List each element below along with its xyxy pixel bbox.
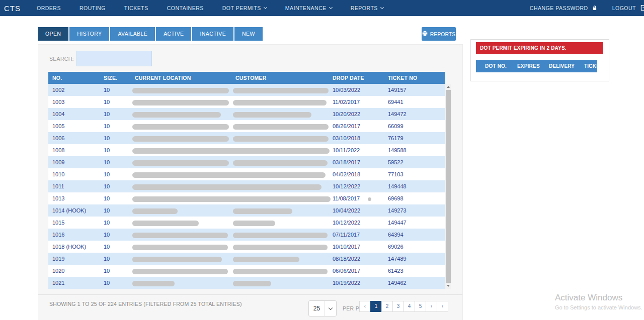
alert-column-header-delivery: DELIVERY [549,63,584,69]
logout-link[interactable]: LOGOUT [612,5,644,12]
nav-item-maintenance[interactable]: MAINTENANCE [285,5,332,11]
cell-customer [235,253,333,265]
pagination-page-2[interactable]: 2 [381,301,393,312]
cell-size: 10 [104,192,135,204]
cell-no: 1014 (HOOK) [48,204,104,217]
cell-ticket-no: 61423 [388,265,445,277]
table-row[interactable]: 10111010/12/2022149448 [48,180,445,192]
cell-current-location [135,180,235,192]
tab-new[interactable]: NEW [234,27,263,41]
table-row[interactable]: 10031011/02/201769441 [48,96,445,108]
column-header-no[interactable]: NO. [48,72,104,84]
nav-item-containers[interactable]: CONTAINERS [167,5,204,11]
nav-item-reports[interactable]: REPORTS [351,5,383,11]
chevron-down-icon [380,6,384,9]
table-row[interactable]: 10081010/11/2022149588 [48,144,445,156]
cell-drop-date: 04/02/2018 [333,168,388,180]
alert-column-header-ticket: TICKET [584,63,603,69]
table-row[interactable]: 10211010/19/2022149462 [48,277,445,289]
lock-icon [592,5,597,12]
tab-history[interactable]: HISTORY [69,27,109,41]
table-row[interactable]: 10101004/02/201877103 [48,168,445,180]
table-row[interactable]: 10021010/03/2022149157 [48,84,445,96]
pagination-page-4[interactable]: 4 [404,301,415,312]
cell-current-location [135,241,235,253]
pagination-page-5[interactable]: 5 [415,301,426,312]
nav-item-routing[interactable]: ROUTING [79,5,106,11]
scroll-down-icon[interactable] [445,283,451,289]
reports-button[interactable]: REPORTS [422,27,456,41]
redaction-bar [233,112,311,118]
pagination-prev-button[interactable]: ‹ [359,301,371,312]
column-header-drop-date[interactable]: DROP DATE [333,72,388,84]
tab-active[interactable]: ACTIVE [156,27,191,41]
search-input[interactable] [76,51,152,66]
status-tabs: OPENHISTORYAVAILABLEACTIVEINACTIVENEW [38,27,263,41]
scrollbar-thumb[interactable] [446,90,451,283]
search-label: SEARCH: [49,56,74,62]
cell-ticket-no: 69698 [388,192,445,204]
redaction-bar [233,88,329,93]
nav-item-orders[interactable]: ORDERS [37,5,61,11]
table-row[interactable]: 1014 (HOOK)1010/04/2022149273 [48,204,445,217]
tab-open[interactable]: OPEN [38,27,68,41]
redaction-bar [233,233,328,238]
cell-no: 1008 [48,144,104,156]
column-header-size[interactable]: SIZE. [104,72,135,84]
chevron-down-icon [264,6,267,9]
cell-drop-date: 10/10/2017 [333,241,388,253]
change-password-link[interactable]: CHANGE PASSWORD [530,5,597,12]
column-header-current-location[interactable]: CURRENT LOCATION [135,72,235,84]
cell-ticket-no: 76179 [388,132,445,144]
cell-current-location [135,217,235,229]
pagination-last-button[interactable]: › [437,301,448,312]
printer-icon [422,31,428,37]
table-scrollbar[interactable] [445,84,451,289]
redaction-bar [132,245,228,250]
tab-inactive[interactable]: INACTIVE [192,27,233,41]
cell-ticket-no: 149447 [388,217,445,229]
pagination: ‹12345›› [360,301,448,312]
nav-menu: ORDERSROUTINGTICKETSCONTAINERSDOT PERMIT… [37,5,383,11]
cell-ticket-no: 147489 [388,253,445,265]
table-row[interactable]: 10151010/12/2022149447 [48,217,445,229]
table-row[interactable]: 10041010/20/2022149472 [48,108,445,120]
cell-customer [235,277,333,289]
table-row[interactable]: 10061003/10/201876179 [48,132,445,144]
per-page-select[interactable]: 25 [308,300,337,316]
cell-customer [235,120,333,132]
cell-size: 10 [104,229,135,241]
cell-drop-date: 08/18/2022 [333,253,388,265]
showing-entries-text: SHOWING 1 TO 25 OF 224 ENTRIES (FILTERED… [49,301,242,307]
table-row[interactable]: 10051008/26/201766099 [48,120,445,132]
column-header-ticket-no[interactable]: TICKET NO [388,72,445,84]
table-row[interactable]: 10131011/08/201769698 [48,192,445,204]
cell-no: 1010 [48,168,104,180]
table-row[interactable]: 1018 (HOOK)1010/10/201769026 [48,241,445,253]
nav-item-tickets[interactable]: TICKETS [124,5,148,11]
cell-current-location [135,84,235,96]
chevron-down-icon [325,308,336,309]
pagination-page-3[interactable]: 3 [392,301,404,312]
pagination-page-1[interactable]: 1 [370,301,382,312]
cell-drop-date: 10/03/2022 [333,84,388,96]
table-row[interactable]: 10201006/06/201761423 [48,265,445,277]
cell-ticket-no: 149273 [388,204,445,217]
table-row[interactable]: 10091003/18/201759522 [48,156,445,168]
app-logo[interactable]: CTS [4,4,21,13]
cell-size: 10 [104,217,135,229]
nav-item-dot-permits[interactable]: DOT PERMITS [222,5,267,11]
chevron-down-icon [329,6,333,9]
tab-available[interactable]: AVAILABLE [110,27,155,41]
cell-no: 1005 [48,120,104,132]
redaction-bar [233,124,329,130]
column-header-customer[interactable]: CUSTOMER [235,72,333,84]
table-row[interactable]: 10161007/11/201764394 [48,229,445,241]
activate-windows-watermark: Activate Windows Go to Settings to activ… [555,293,642,310]
scroll-up-icon[interactable] [445,84,451,90]
cell-size: 10 [104,84,135,96]
cell-current-location [135,253,235,265]
table-row[interactable]: 10191008/18/2022147489 [48,253,445,265]
pagination-next-button[interactable]: › [426,301,437,312]
cell-no: 1021 [48,277,104,289]
